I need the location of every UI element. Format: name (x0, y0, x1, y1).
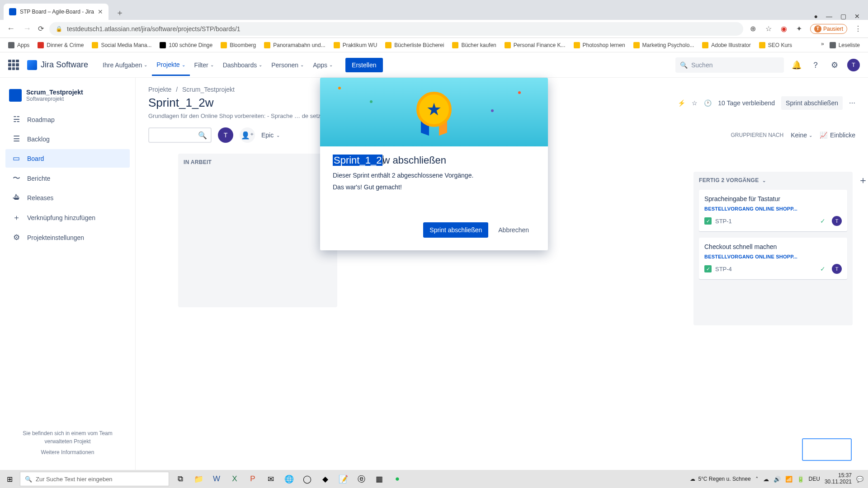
nav-item[interactable]: Dashboards⌄ (218, 54, 267, 76)
url-text: testdeutsch1.atlassian.net/jira/software… (67, 25, 241, 33)
help-icon[interactable]: ？ (809, 59, 822, 71)
bookmark-item[interactable]: Personal Finance K... (502, 41, 568, 50)
powerpoint-icon[interactable]: P (244, 470, 261, 488)
bookmark-item[interactable]: 100 schöne Dinge (157, 41, 215, 50)
medal-icon: ★ (414, 92, 454, 132)
chrome-icon[interactable]: 🌐 (280, 470, 297, 488)
bookmark-item[interactable]: Marketing Psycholo... (631, 41, 697, 50)
bookmark-item[interactable]: Social Media Mana... (89, 41, 154, 50)
card-assignee-avatar: T (832, 264, 842, 274)
sidebar-footer-link[interactable]: Weitere Informationen (10, 448, 125, 456)
tab-title: STP Board – Agile-Board - Jira (20, 9, 94, 15)
chevron-down-icon: ⌄ (144, 62, 147, 67)
extensions-icon[interactable]: ✦ (795, 24, 804, 33)
chevron-down-icon: ⌄ (259, 62, 262, 67)
windows-search-input[interactable]: 🔍 Zur Suche Text hier eingeben (20, 472, 169, 486)
bookmark-item[interactable]: Bücherliste Bücherei (382, 41, 447, 50)
battery-icon[interactable]: 🔋 (797, 476, 804, 483)
onedrive-icon[interactable]: ☁ (763, 476, 769, 483)
lock-icon: 🔒 (56, 26, 62, 32)
modal-line1: Dieser Sprint enthält 2 abgeschlossene V… (333, 172, 535, 179)
bookmark-item[interactable]: Bücher kaufen (449, 41, 499, 50)
volume-icon[interactable]: 🔊 (774, 476, 781, 483)
start-button[interactable]: ⊞ (0, 470, 19, 488)
settings-icon[interactable]: ⚙ (828, 59, 841, 71)
mail-icon[interactable]: ✉ (262, 470, 279, 488)
maximize-icon[interactable]: ▢ (840, 13, 846, 20)
spotify-icon[interactable]: ● (389, 470, 406, 488)
address-bar[interactable]: 🔒 testdeutsch1.atlassian.net/jira/softwa… (49, 22, 743, 36)
bookmark-item[interactable]: Bloomberg (218, 41, 259, 50)
nav-item[interactable]: Projekte⌄ (152, 57, 189, 76)
bookmark-item[interactable]: Praktikum WU (331, 41, 380, 50)
nav-item[interactable]: Filter⌄ (190, 54, 218, 76)
adblock-icon[interactable]: ◉ (779, 24, 788, 33)
chevron-down-icon: ⌄ (210, 62, 214, 67)
language-indicator[interactable]: DEU (809, 476, 820, 482)
explorer-icon[interactable]: 📁 (190, 470, 207, 488)
back-icon[interactable]: ← (5, 24, 16, 33)
clock[interactable]: 15:37 30.11.2021 (825, 473, 852, 485)
bookmark-item[interactable]: SEO Kurs (756, 41, 795, 50)
list-icon (830, 42, 836, 48)
bookmark-icon (8, 42, 14, 48)
global-search[interactable]: 🔍 Suchen (675, 57, 784, 73)
bookmark-item[interactable]: Photoshop lernen (571, 41, 628, 50)
jira-logo[interactable]: Jira Software (27, 60, 88, 70)
reload-icon[interactable]: ⟳ (38, 24, 44, 33)
zoom-icon[interactable]: ⊕ (749, 24, 758, 33)
forward-icon[interactable]: → (22, 24, 33, 33)
minimize-icon[interactable]: — (826, 13, 832, 20)
wifi-icon[interactable]: 📶 (785, 476, 793, 483)
modal-line2: Das war's! Gut gemacht! (333, 183, 535, 191)
create-button[interactable]: Erstellen (345, 58, 382, 72)
edge-icon[interactable]: ⓔ (353, 470, 370, 488)
bookmark-icon (759, 42, 765, 48)
jira-top-nav: Jira Software Ihre Aufgaben⌄Projekte⌄Fil… (0, 52, 868, 78)
task-view-icon[interactable]: ⧉ (172, 470, 189, 488)
nav-item[interactable]: Personen⌄ (267, 54, 308, 76)
chevron-down-icon: ⌄ (300, 62, 304, 67)
close-tab-icon[interactable]: ✕ (98, 8, 103, 15)
modal-title: Sprint_1_2w abschließen (333, 155, 535, 166)
obs-icon[interactable]: ◯ (298, 470, 316, 488)
other-bookmarks-chevron[interactable]: » (821, 41, 824, 50)
profile-paused-pill[interactable]: T Pausiert (810, 24, 847, 34)
app-icon[interactable]: ◆ (316, 470, 334, 488)
modal-complete-button[interactable]: Sprint abschließen (423, 222, 488, 238)
bookmark-icon (385, 42, 392, 48)
profile-avatar-icon: T (814, 25, 821, 33)
bookmark-icon (452, 42, 458, 48)
bookmark-item[interactable]: Panoramabahn und... (261, 41, 328, 50)
quickstart-widget[interactable] (802, 438, 852, 461)
notifications-icon[interactable]: 🔔 (790, 59, 803, 71)
bookmark-icon (702, 42, 708, 48)
weather-widget[interactable]: ☁ 5°C Regen u. Schnee (690, 476, 750, 482)
reading-list[interactable]: Leseliste (827, 41, 863, 50)
profile-avatar[interactable]: T (847, 59, 860, 71)
notepad-icon[interactable]: 📝 (335, 470, 352, 488)
browser-tab[interactable]: STP Board – Agile-Board - Jira ✕ (4, 4, 108, 20)
chrome-profile-icon[interactable]: ● (814, 13, 818, 20)
app-switcher-icon[interactable] (8, 60, 19, 70)
star-icon[interactable]: ☆ (764, 24, 773, 33)
card-key: STP-4 (715, 266, 732, 272)
bookmark-icon (505, 42, 511, 48)
bookmark-icon (264, 42, 270, 48)
new-tab-button[interactable]: ＋ (112, 5, 127, 20)
tray-chevron-icon[interactable]: ˄ (755, 476, 759, 483)
modal-cancel-button[interactable]: Abbrechen (492, 222, 535, 238)
bookmark-item[interactable]: Apps (5, 41, 32, 50)
close-window-icon[interactable]: ✕ (854, 13, 860, 20)
bookmark-item[interactable]: Adobe Illustrator (699, 41, 753, 50)
nav-item[interactable]: Ihre Aufgaben⌄ (98, 54, 152, 76)
kebab-menu-icon[interactable]: ⋮ (854, 24, 863, 33)
bookmark-item[interactable]: Dinner & Crime (35, 41, 86, 50)
notifications-tray-icon[interactable]: 💬 (856, 476, 863, 483)
excel-icon[interactable]: X (226, 470, 243, 488)
word-icon[interactable]: W (208, 470, 225, 488)
app2-icon[interactable]: ▦ (371, 470, 388, 488)
bookmark-icon (633, 42, 640, 48)
sidebar-footer-text: Sie befinden sich in einem vom Team verw… (23, 430, 113, 445)
nav-item[interactable]: Apps⌄ (308, 54, 337, 76)
